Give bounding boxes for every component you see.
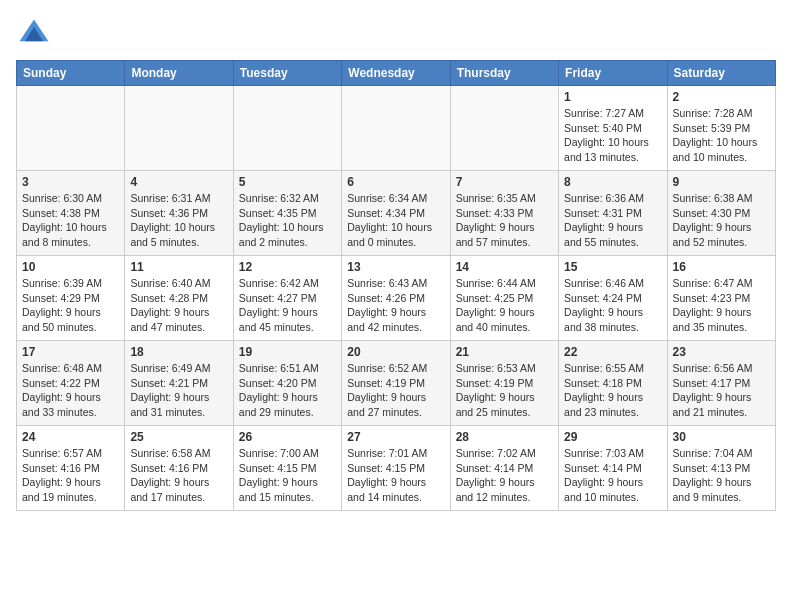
day-info: Sunrise: 7:03 AMSunset: 4:14 PMDaylight:… (564, 446, 661, 505)
day-header-thursday: Thursday (450, 61, 558, 86)
day-number: 24 (22, 430, 119, 444)
day-number: 2 (673, 90, 770, 104)
day-info: Sunrise: 7:01 AMSunset: 4:15 PMDaylight:… (347, 446, 444, 505)
day-number: 27 (347, 430, 444, 444)
calendar-cell (125, 86, 233, 171)
day-number: 12 (239, 260, 336, 274)
calendar-cell: 16Sunrise: 6:47 AMSunset: 4:23 PMDayligh… (667, 256, 775, 341)
day-number: 7 (456, 175, 553, 189)
day-number: 11 (130, 260, 227, 274)
day-number: 5 (239, 175, 336, 189)
day-info: Sunrise: 6:51 AMSunset: 4:20 PMDaylight:… (239, 361, 336, 420)
calendar-cell: 25Sunrise: 6:58 AMSunset: 4:16 PMDayligh… (125, 426, 233, 511)
day-header-saturday: Saturday (667, 61, 775, 86)
day-number: 10 (22, 260, 119, 274)
day-info: Sunrise: 6:56 AMSunset: 4:17 PMDaylight:… (673, 361, 770, 420)
day-info: Sunrise: 6:42 AMSunset: 4:27 PMDaylight:… (239, 276, 336, 335)
calendar-cell (17, 86, 125, 171)
calendar-cell: 10Sunrise: 6:39 AMSunset: 4:29 PMDayligh… (17, 256, 125, 341)
day-number: 15 (564, 260, 661, 274)
day-info: Sunrise: 7:02 AMSunset: 4:14 PMDaylight:… (456, 446, 553, 505)
day-number: 20 (347, 345, 444, 359)
day-number: 4 (130, 175, 227, 189)
calendar-cell: 21Sunrise: 6:53 AMSunset: 4:19 PMDayligh… (450, 341, 558, 426)
day-info: Sunrise: 7:04 AMSunset: 4:13 PMDaylight:… (673, 446, 770, 505)
calendar-cell: 4Sunrise: 6:31 AMSunset: 4:36 PMDaylight… (125, 171, 233, 256)
calendar-cell: 12Sunrise: 6:42 AMSunset: 4:27 PMDayligh… (233, 256, 341, 341)
day-info: Sunrise: 6:49 AMSunset: 4:21 PMDaylight:… (130, 361, 227, 420)
day-number: 25 (130, 430, 227, 444)
day-number: 6 (347, 175, 444, 189)
logo-icon (16, 16, 52, 52)
day-info: Sunrise: 6:32 AMSunset: 4:35 PMDaylight:… (239, 191, 336, 250)
day-number: 17 (22, 345, 119, 359)
calendar-cell: 24Sunrise: 6:57 AMSunset: 4:16 PMDayligh… (17, 426, 125, 511)
calendar-cell: 27Sunrise: 7:01 AMSunset: 4:15 PMDayligh… (342, 426, 450, 511)
calendar-cell: 17Sunrise: 6:48 AMSunset: 4:22 PMDayligh… (17, 341, 125, 426)
calendar-cell: 13Sunrise: 6:43 AMSunset: 4:26 PMDayligh… (342, 256, 450, 341)
calendar-week-1: 1Sunrise: 7:27 AMSunset: 5:40 PMDaylight… (17, 86, 776, 171)
day-info: Sunrise: 6:43 AMSunset: 4:26 PMDaylight:… (347, 276, 444, 335)
day-number: 22 (564, 345, 661, 359)
calendar-cell: 6Sunrise: 6:34 AMSunset: 4:34 PMDaylight… (342, 171, 450, 256)
day-info: Sunrise: 6:39 AMSunset: 4:29 PMDaylight:… (22, 276, 119, 335)
day-number: 1 (564, 90, 661, 104)
calendar-cell: 28Sunrise: 7:02 AMSunset: 4:14 PMDayligh… (450, 426, 558, 511)
day-number: 29 (564, 430, 661, 444)
day-info: Sunrise: 6:31 AMSunset: 4:36 PMDaylight:… (130, 191, 227, 250)
day-info: Sunrise: 6:30 AMSunset: 4:38 PMDaylight:… (22, 191, 119, 250)
calendar-cell: 23Sunrise: 6:56 AMSunset: 4:17 PMDayligh… (667, 341, 775, 426)
day-header-tuesday: Tuesday (233, 61, 341, 86)
calendar-cell: 14Sunrise: 6:44 AMSunset: 4:25 PMDayligh… (450, 256, 558, 341)
calendar-cell (342, 86, 450, 171)
day-info: Sunrise: 6:40 AMSunset: 4:28 PMDaylight:… (130, 276, 227, 335)
day-number: 14 (456, 260, 553, 274)
calendar-cell: 19Sunrise: 6:51 AMSunset: 4:20 PMDayligh… (233, 341, 341, 426)
calendar-cell: 30Sunrise: 7:04 AMSunset: 4:13 PMDayligh… (667, 426, 775, 511)
calendar-cell: 15Sunrise: 6:46 AMSunset: 4:24 PMDayligh… (559, 256, 667, 341)
calendar-cell: 5Sunrise: 6:32 AMSunset: 4:35 PMDaylight… (233, 171, 341, 256)
logo (16, 16, 56, 52)
day-header-friday: Friday (559, 61, 667, 86)
calendar-cell: 11Sunrise: 6:40 AMSunset: 4:28 PMDayligh… (125, 256, 233, 341)
calendar-cell (450, 86, 558, 171)
day-number: 30 (673, 430, 770, 444)
day-number: 26 (239, 430, 336, 444)
day-info: Sunrise: 6:44 AMSunset: 4:25 PMDaylight:… (456, 276, 553, 335)
day-info: Sunrise: 6:52 AMSunset: 4:19 PMDaylight:… (347, 361, 444, 420)
calendar-week-4: 17Sunrise: 6:48 AMSunset: 4:22 PMDayligh… (17, 341, 776, 426)
calendar-cell: 7Sunrise: 6:35 AMSunset: 4:33 PMDaylight… (450, 171, 558, 256)
day-header-wednesday: Wednesday (342, 61, 450, 86)
day-number: 18 (130, 345, 227, 359)
day-info: Sunrise: 6:53 AMSunset: 4:19 PMDaylight:… (456, 361, 553, 420)
day-info: Sunrise: 6:47 AMSunset: 4:23 PMDaylight:… (673, 276, 770, 335)
calendar-header-row: SundayMondayTuesdayWednesdayThursdayFrid… (17, 61, 776, 86)
calendar-cell: 22Sunrise: 6:55 AMSunset: 4:18 PMDayligh… (559, 341, 667, 426)
day-number: 16 (673, 260, 770, 274)
calendar-week-5: 24Sunrise: 6:57 AMSunset: 4:16 PMDayligh… (17, 426, 776, 511)
day-number: 23 (673, 345, 770, 359)
day-number: 21 (456, 345, 553, 359)
day-info: Sunrise: 6:55 AMSunset: 4:18 PMDaylight:… (564, 361, 661, 420)
calendar-cell: 9Sunrise: 6:38 AMSunset: 4:30 PMDaylight… (667, 171, 775, 256)
calendar-cell (233, 86, 341, 171)
calendar: SundayMondayTuesdayWednesdayThursdayFrid… (16, 60, 776, 511)
calendar-cell: 3Sunrise: 6:30 AMSunset: 4:38 PMDaylight… (17, 171, 125, 256)
calendar-cell: 18Sunrise: 6:49 AMSunset: 4:21 PMDayligh… (125, 341, 233, 426)
calendar-cell: 8Sunrise: 6:36 AMSunset: 4:31 PMDaylight… (559, 171, 667, 256)
day-number: 8 (564, 175, 661, 189)
day-info: Sunrise: 6:58 AMSunset: 4:16 PMDaylight:… (130, 446, 227, 505)
day-number: 28 (456, 430, 553, 444)
calendar-cell: 29Sunrise: 7:03 AMSunset: 4:14 PMDayligh… (559, 426, 667, 511)
day-info: Sunrise: 6:48 AMSunset: 4:22 PMDaylight:… (22, 361, 119, 420)
day-number: 13 (347, 260, 444, 274)
day-info: Sunrise: 6:35 AMSunset: 4:33 PMDaylight:… (456, 191, 553, 250)
day-info: Sunrise: 6:38 AMSunset: 4:30 PMDaylight:… (673, 191, 770, 250)
day-info: Sunrise: 6:46 AMSunset: 4:24 PMDaylight:… (564, 276, 661, 335)
day-info: Sunrise: 7:28 AMSunset: 5:39 PMDaylight:… (673, 106, 770, 165)
day-number: 19 (239, 345, 336, 359)
calendar-cell: 26Sunrise: 7:00 AMSunset: 4:15 PMDayligh… (233, 426, 341, 511)
day-header-monday: Monday (125, 61, 233, 86)
day-info: Sunrise: 7:27 AMSunset: 5:40 PMDaylight:… (564, 106, 661, 165)
calendar-week-3: 10Sunrise: 6:39 AMSunset: 4:29 PMDayligh… (17, 256, 776, 341)
